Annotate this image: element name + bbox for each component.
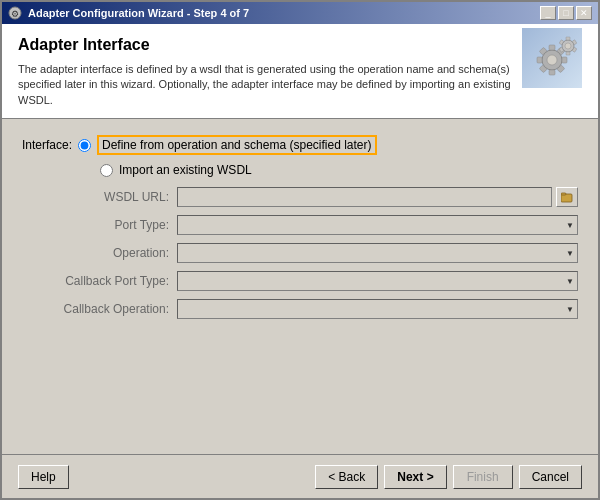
callback-operation-dropdown[interactable]: ▼ (177, 299, 578, 319)
cancel-button[interactable]: Cancel (519, 465, 582, 489)
interface-row: Interface: Define from operation and sch… (22, 135, 578, 155)
operation-arrow: ▼ (566, 249, 574, 258)
callback-port-type-arrow: ▼ (566, 277, 574, 286)
wsdl-url-input-container (177, 187, 578, 207)
wsdl-url-input[interactable] (177, 187, 552, 207)
back-button[interactable]: < Back (315, 465, 378, 489)
operation-dropdown[interactable]: ▼ (177, 243, 578, 263)
operation-input-container: ▼ (177, 243, 578, 263)
header-text: Adapter Interface The adapter interface … (18, 36, 512, 108)
close-button[interactable]: ✕ (576, 6, 592, 20)
callback-operation-label: Callback Operation: (42, 302, 177, 316)
port-type-dropdown[interactable]: ▼ (177, 215, 578, 235)
option2-label: Import an existing WSDL (119, 163, 252, 177)
callback-port-type-input-container: ▼ (177, 271, 578, 291)
title-bar-left: ⚙ Adapter Configuration Wizard - Step 4 … (8, 6, 249, 20)
callback-operation-row: Callback Operation: ▼ (42, 299, 578, 319)
option1-radio[interactable] (78, 139, 91, 152)
wsdl-url-label: WSDL URL: (42, 190, 177, 204)
footer-left: Help (18, 465, 69, 489)
port-type-input-container: ▼ (177, 215, 578, 235)
callback-operation-input-container: ▼ (177, 299, 578, 319)
header-banner: Adapter Interface The adapter interface … (2, 24, 598, 119)
svg-point-4 (547, 55, 557, 65)
window-title: Adapter Configuration Wizard - Step 4 of… (28, 7, 249, 19)
maximize-button[interactable]: □ (558, 6, 574, 20)
svg-rect-18 (566, 52, 570, 55)
title-bar-controls: _ □ ✕ (540, 6, 592, 20)
browse-button[interactable] (556, 187, 578, 207)
footer-right: < Back Next > Finish Cancel (315, 465, 582, 489)
wizard-window: ⚙ Adapter Configuration Wizard - Step 4 … (0, 0, 600, 500)
operation-row: Operation: ▼ (42, 243, 578, 263)
option1-label: Define from operation and schema (specif… (97, 135, 376, 155)
interface-label: Interface: (22, 138, 72, 152)
operation-label: Operation: (42, 246, 177, 260)
port-type-label: Port Type: (42, 218, 177, 232)
callback-port-type-label: Callback Port Type: (42, 274, 177, 288)
svg-rect-15 (566, 37, 570, 40)
minimize-button[interactable]: _ (540, 6, 556, 20)
help-button[interactable]: Help (18, 465, 69, 489)
wizard-icon: ⚙ (8, 6, 22, 20)
svg-rect-22 (561, 193, 566, 195)
svg-rect-5 (549, 45, 555, 50)
svg-rect-7 (562, 57, 567, 63)
next-button[interactable]: Next > (384, 465, 446, 489)
page-title: Adapter Interface (18, 36, 512, 54)
title-bar: ⚙ Adapter Configuration Wizard - Step 4 … (2, 2, 598, 24)
callback-port-type-row: Callback Port Type: ▼ (42, 271, 578, 291)
finish-button[interactable]: Finish (453, 465, 513, 489)
callback-port-type-dropdown[interactable]: ▼ (177, 271, 578, 291)
folder-icon (561, 191, 573, 203)
content-area: Interface: Define from operation and sch… (2, 119, 598, 454)
svg-rect-9 (549, 70, 555, 75)
option2-row: Import an existing WSDL (100, 163, 578, 177)
port-type-row: Port Type: ▼ (42, 215, 578, 235)
svg-text:⚙: ⚙ (11, 9, 19, 19)
option1-row: Define from operation and schema (specif… (78, 135, 376, 155)
callback-operation-arrow: ▼ (566, 305, 574, 314)
radio-group: Import an existing WSDL (32, 163, 578, 177)
fields-section: WSDL URL: Port Type: (42, 187, 578, 319)
option2-radio[interactable] (100, 164, 113, 177)
port-type-arrow: ▼ (566, 221, 574, 230)
header-description: The adapter interface is defined by a ws… (18, 62, 512, 108)
svg-point-14 (565, 43, 571, 49)
header-icon-area (522, 28, 582, 91)
svg-rect-11 (537, 57, 542, 63)
footer: Help < Back Next > Finish Cancel (2, 454, 598, 498)
wsdl-url-row: WSDL URL: (42, 187, 578, 207)
gear-icon (522, 28, 582, 88)
